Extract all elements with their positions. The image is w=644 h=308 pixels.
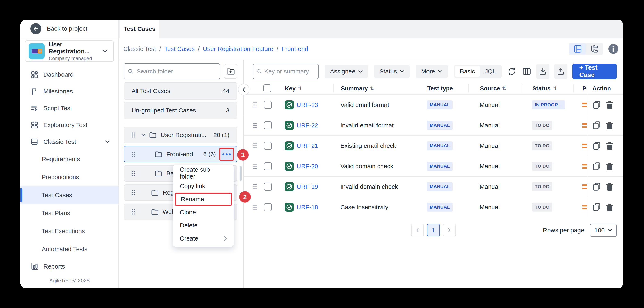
sidebar-item-requirements[interactable]: Requirements	[20, 150, 118, 168]
table-row[interactable]: URF-20 Valid domain check MANUAL Manual …	[244, 156, 623, 176]
sidebar-item-automated-tests[interactable]: Automated Tests	[20, 240, 118, 258]
sort-icon[interactable]: ⇅	[298, 86, 302, 91]
table-row[interactable]: URF-19 Invalid domain check MANUAL Manua…	[244, 176, 623, 197]
drag-handle-icon[interactable]	[253, 183, 257, 190]
table-search-input[interactable]	[264, 68, 315, 75]
test-case-key-link[interactable]: URF-23	[296, 101, 318, 108]
drag-handle-icon[interactable]	[253, 102, 257, 108]
chevron-down-icon[interactable]	[140, 133, 146, 137]
more-filter[interactable]: More	[416, 65, 448, 78]
copy-icon[interactable]	[592, 162, 601, 170]
rows-per-page-select[interactable]: 100	[590, 224, 616, 237]
tree-view-button[interactable]	[586, 43, 602, 54]
next-page-button[interactable]	[443, 224, 456, 236]
test-case-key-link[interactable]: URF-20	[296, 163, 318, 170]
menu-item-create[interactable]: Create	[173, 232, 234, 245]
column-header-key[interactable]: Key⇅	[278, 84, 333, 92]
status-filter[interactable]: Status	[374, 65, 410, 78]
import-button[interactable]	[536, 64, 549, 79]
sidebar-item-test-plans[interactable]: Test Plans	[20, 204, 118, 222]
copy-icon[interactable]	[592, 142, 601, 150]
scrollbar-thumb[interactable]	[240, 166, 242, 181]
assignee-filter[interactable]: Assignee	[325, 65, 368, 78]
drag-handle-icon[interactable]	[131, 151, 135, 157]
drag-handle-icon[interactable]	[253, 163, 257, 169]
sidebar-item-test-cases[interactable]: Test Cases	[20, 186, 118, 204]
test-case-key-link[interactable]: URF-18	[296, 204, 318, 211]
copy-icon[interactable]	[592, 101, 601, 109]
sidebar-item-exploratory-test[interactable]: Exploratory Test	[20, 117, 118, 133]
sort-icon[interactable]: ⇅	[502, 86, 506, 91]
row-checkbox[interactable]	[264, 142, 272, 150]
test-case-key-link[interactable]: URF-22	[296, 122, 318, 129]
column-header-source[interactable]: Source⇅	[468, 84, 522, 92]
sidebar-item-milestones[interactable]: Milestones	[20, 83, 118, 100]
table-row[interactable]: URF-23 Valid email format MANUAL Manual …	[244, 95, 623, 115]
drag-handle-icon[interactable]	[253, 143, 257, 149]
copy-icon[interactable]	[592, 182, 601, 191]
panel-view-button[interactable]	[570, 43, 586, 54]
sidebar-item-test-executions[interactable]: Test Executions	[20, 222, 118, 240]
tab-test-cases[interactable]: Test Cases	[120, 20, 159, 38]
menu-item-clone[interactable]: Clone	[173, 206, 234, 219]
drag-handle-icon[interactable]	[131, 132, 135, 138]
table-row[interactable]: URF-21 Existing email check MANUAL Manua…	[244, 135, 623, 156]
ungrouped-folder[interactable]: Un-grouped Test Cases 3	[124, 102, 237, 119]
export-button[interactable]	[554, 64, 568, 79]
column-header-priority[interactable]: P	[573, 84, 587, 92]
test-case-key-link[interactable]: URF-21	[296, 142, 318, 149]
folder-row-front-end[interactable]: Front-end 6 (6)	[124, 146, 237, 162]
row-checkbox[interactable]	[264, 183, 272, 191]
back-to-project[interactable]: Back to project	[20, 20, 118, 38]
previous-page-button[interactable]	[411, 224, 424, 236]
folder-row-user-registration[interactable]: User Registrati... 20 (1)	[124, 127, 237, 143]
row-checkbox[interactable]	[264, 101, 272, 109]
row-checkbox[interactable]	[264, 162, 272, 170]
trash-icon[interactable]	[606, 162, 614, 170]
sort-icon[interactable]: ⇅	[553, 86, 557, 91]
drag-handle-icon[interactable]	[253, 204, 257, 210]
trash-icon[interactable]	[606, 121, 614, 130]
sort-icon[interactable]: ⇅	[370, 86, 374, 91]
all-test-cases-folder[interactable]: All Test Cases 44	[124, 82, 237, 100]
refresh-button[interactable]	[507, 67, 516, 76]
project-switcher[interactable]: + User Registration... Company-managed	[25, 40, 114, 62]
row-checkbox[interactable]	[264, 203, 272, 211]
mode-jql[interactable]: JQL	[480, 66, 501, 77]
test-case-key-link[interactable]: URF-19	[296, 183, 318, 190]
copy-icon[interactable]	[592, 121, 601, 130]
trash-icon[interactable]	[606, 101, 614, 109]
column-header-test-type[interactable]: Test type	[416, 84, 468, 92]
row-checkbox[interactable]	[264, 122, 272, 129]
copy-icon[interactable]	[592, 203, 601, 211]
table-row[interactable]: URF-22 Invalid email format MANUAL Manua…	[244, 115, 623, 135]
folder-search-input[interactable]	[136, 68, 216, 75]
sidebar-item-reports[interactable]: Reports	[20, 258, 118, 275]
select-all-checkbox[interactable]	[264, 84, 271, 92]
sidebar-item-script-test[interactable]: Script Test	[20, 100, 118, 117]
trash-icon[interactable]	[606, 182, 614, 191]
folder-more-button[interactable]	[219, 148, 234, 161]
sidebar-item-classic-test[interactable]: Classic Test	[20, 133, 118, 150]
menu-item-create-sub-folder[interactable]: Create sub-folder	[173, 166, 234, 179]
trash-icon[interactable]	[606, 203, 614, 211]
add-test-case-button[interactable]: + Test Case	[572, 64, 616, 79]
breadcrumb-test-cases[interactable]: Test Cases	[164, 45, 194, 52]
column-header-summary[interactable]: Summary⇅	[333, 84, 416, 92]
table-row[interactable]: URF-18 Case Insensitivity MANUAL Manual …	[244, 197, 623, 217]
drag-handle-icon[interactable]	[131, 170, 135, 177]
page-number-current[interactable]: 1	[427, 224, 440, 236]
breadcrumb-front-end[interactable]: Front-end	[282, 45, 308, 52]
column-header-status[interactable]: Status⇅	[522, 84, 573, 92]
info-button[interactable]	[608, 44, 618, 54]
drag-handle-icon[interactable]	[131, 209, 135, 215]
sidebar-item-dashboard[interactable]: Dashboard	[20, 66, 118, 83]
drag-handle-icon[interactable]	[131, 189, 135, 196]
trash-icon[interactable]	[606, 142, 614, 150]
breadcrumb-classic-test[interactable]: Classic Test	[123, 45, 156, 52]
mode-basic[interactable]: Basic	[455, 66, 480, 77]
menu-item-delete[interactable]: Delete	[173, 219, 234, 232]
drag-handle-icon[interactable]	[253, 122, 257, 129]
columns-button[interactable]	[522, 67, 531, 76]
menu-item-copy-link[interactable]: Copy link	[173, 179, 234, 193]
